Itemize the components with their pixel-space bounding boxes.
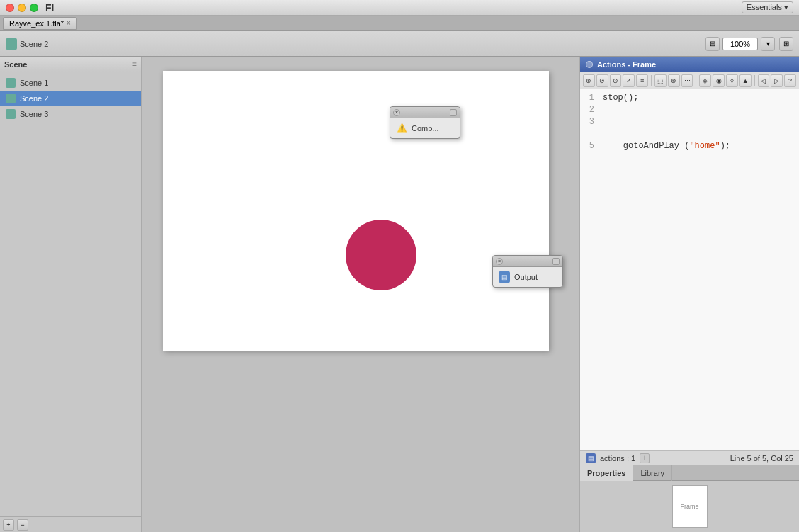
- tab-library[interactable]: Library: [633, 465, 672, 481]
- minimize-button[interactable]: [18, 4, 26, 12]
- actions-footer: ▤ actions : 1 + Line 5 of 5, Col 25: [580, 450, 799, 465]
- warning-icon: ⚠️: [396, 123, 407, 134]
- action-btn-13[interactable]: ◁: [758, 74, 770, 87]
- actions-footer-icon: ▤: [586, 453, 596, 463]
- circle-shape[interactable]: [346, 220, 416, 290]
- toolbar-separator-3: [754, 75, 755, 86]
- comp-window-content: ⚠️ Comp...: [390, 118, 460, 138]
- right-panel-tabs: Properties Library: [580, 465, 799, 481]
- grid-view-button[interactable]: ⊞: [779, 37, 793, 51]
- comp-expand-button[interactable]: [450, 109, 457, 116]
- traffic-lights: [6, 4, 38, 12]
- scene-panel-footer: + −: [0, 516, 141, 532]
- scene-item-icon-2: [6, 94, 16, 103]
- tab-close-icon[interactable]: ×: [67, 19, 71, 27]
- scene-item-label-3: Scene 3: [20, 110, 48, 118]
- actions-toolbar: ⊕ ⊘ ⊙ ✓ ≡ ⬚ ⊛ ⋯ ◈ ◉ ◊ ▲ ◁ ▷ ?: [580, 72, 799, 89]
- output-window: × ▤ Output: [492, 255, 563, 288]
- action-btn-5[interactable]: ≡: [636, 74, 648, 87]
- action-btn-6[interactable]: ⬚: [654, 74, 667, 87]
- action-btn-7[interactable]: ⊛: [668, 74, 680, 87]
- right-panel: Actions - Frame ⊕ ⊘ ⊙ ✓ ≡ ⬚ ⊛ ⋯ ◈ ◉ ◊ ▲ …: [579, 57, 799, 532]
- comp-window-label: Comp...: [412, 124, 439, 132]
- scene-breadcrumb: Scene 2: [6, 38, 48, 50]
- comp-window: × ⚠️ Comp...: [390, 106, 460, 139]
- title-bar: Fl Essentials ▾: [0, 0, 799, 16]
- actions-panel: Actions - Frame ⊕ ⊘ ⊙ ✓ ≡ ⬚ ⊛ ⋯ ◈ ◉ ◊ ▲ …: [580, 57, 799, 465]
- canvas-area: × ⚠️ Comp... × ▤: [142, 57, 579, 532]
- output-expand-button[interactable]: [552, 258, 560, 265]
- maximize-button[interactable]: [30, 4, 38, 12]
- add-scene-button[interactable]: +: [3, 519, 14, 531]
- scene-item-1[interactable]: Scene 1: [0, 75, 141, 91]
- toolbar: Scene 2 ⊟ ▾ ⊞: [0, 31, 799, 57]
- action-btn-8[interactable]: ⋯: [681, 74, 693, 87]
- file-tab[interactable]: Rayve_ex.1.fla* ×: [3, 17, 77, 30]
- scene-panel-title: Scene: [4, 60, 27, 69]
- panel-collapse-icon[interactable]: ≡: [132, 60, 137, 68]
- close-button[interactable]: [6, 4, 14, 12]
- main-layout: Scene ≡ Scene 1 Scene 2 Scene 3 + −: [0, 57, 799, 532]
- tab-properties[interactable]: Properties: [580, 465, 633, 481]
- actions-code-editor[interactable]: 1 2 3 5 stop(); gotoAndPlay ("home");: [580, 89, 799, 450]
- comp-close-button[interactable]: ×: [393, 109, 400, 116]
- scene-item-3[interactable]: Scene 3: [0, 106, 141, 122]
- action-btn-12[interactable]: ▲: [740, 74, 752, 87]
- line-numbers: 1 2 3 5: [586, 92, 603, 152]
- actions-title: Actions - Frame: [597, 60, 656, 69]
- frame-label: Frame: [680, 503, 698, 510]
- action-btn-11[interactable]: ◊: [726, 74, 738, 87]
- essentials-button[interactable]: Essentials ▾: [742, 1, 793, 13]
- actions-close-button[interactable]: [586, 61, 593, 68]
- output-icon: ▤: [499, 271, 510, 283]
- properties-panel: Properties Library Frame: [580, 465, 799, 532]
- actions-footer-add-button[interactable]: +: [640, 453, 650, 463]
- zoom-in-button[interactable]: ▾: [761, 37, 775, 51]
- scene-list: Scene 1 Scene 2 Scene 3: [0, 72, 141, 125]
- zoom-input[interactable]: [722, 38, 758, 50]
- output-window-label: Output: [514, 273, 538, 281]
- output-close-button[interactable]: ×: [496, 258, 503, 265]
- actions-status: Line 5 of 5, Col 25: [730, 454, 793, 463]
- comp-window-titlebar[interactable]: ×: [390, 107, 460, 118]
- app-icon: Fl: [45, 2, 54, 13]
- scene-item-label-1: Scene 1: [20, 79, 48, 87]
- scene-name: Scene 2: [20, 40, 48, 48]
- scene-panel-header: Scene ≡: [0, 57, 141, 72]
- scene-item-icon-3: [6, 109, 16, 119]
- frame-preview: Frame: [672, 485, 708, 528]
- scene-panel: Scene ≡ Scene 1 Scene 2 Scene 3 + −: [0, 57, 142, 532]
- actions-layer-label: actions : 1: [600, 454, 635, 463]
- actions-titlebar: Actions - Frame: [580, 57, 799, 72]
- action-btn-2[interactable]: ⊘: [596, 74, 608, 87]
- toolbar-separator-1: [651, 75, 652, 86]
- delete-scene-button[interactable]: −: [17, 519, 28, 531]
- zoom-out-button[interactable]: ⊟: [706, 37, 720, 51]
- stage: × ⚠️ Comp... × ▤: [163, 71, 549, 351]
- scene-item-icon-1: [6, 78, 16, 88]
- scene-item-2[interactable]: Scene 2: [0, 91, 141, 106]
- output-window-titlebar[interactable]: ×: [493, 256, 562, 267]
- zoom-controls: ⊟ ▾: [706, 37, 775, 51]
- scene-icon: [6, 38, 17, 50]
- tab-bar: Rayve_ex.1.fla* ×: [0, 16, 799, 31]
- tab-label: Rayve_ex.1.fla*: [9, 19, 64, 28]
- action-btn-10[interactable]: ◉: [713, 74, 725, 87]
- scene-item-label-2: Scene 2: [20, 94, 48, 103]
- output-window-content: ▤ Output: [493, 267, 562, 287]
- action-btn-14[interactable]: ▷: [771, 74, 783, 87]
- action-btn-15[interactable]: ?: [784, 74, 796, 87]
- action-btn-1[interactable]: ⊕: [583, 74, 595, 87]
- action-btn-4[interactable]: ✓: [623, 74, 635, 87]
- action-btn-3[interactable]: ⊙: [610, 74, 622, 87]
- toolbar-separator-2: [696, 75, 696, 86]
- action-btn-9[interactable]: ◈: [699, 74, 711, 87]
- code-content[interactable]: stop(); gotoAndPlay ("home");: [603, 92, 793, 152]
